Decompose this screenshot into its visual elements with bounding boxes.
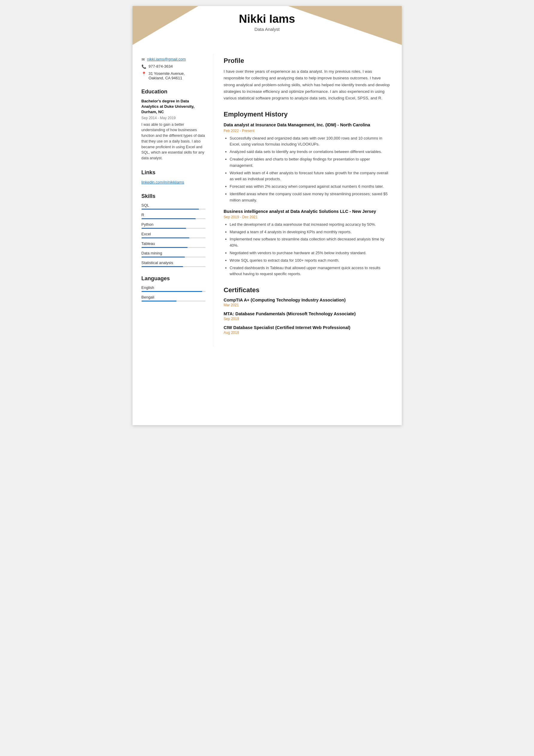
job-bullet: Wrote SQL queries to extract data for 10… [230, 257, 391, 264]
address-item: 📍 31 Yosemite Avenue, Oakland, CA 94611 [141, 71, 206, 80]
skill-bar-background [141, 237, 206, 238]
certificate-entry: CIW Database Specialist (Certified Inter… [224, 325, 391, 335]
language-item: Bengali [141, 295, 206, 302]
job-bullet: Managed a team of 4 analysts in developi… [230, 229, 391, 235]
skill-name: Excel [141, 232, 206, 236]
job-bullet: Analyzed said data sets to identify any … [230, 149, 391, 155]
job-entry: Business intelligence analyst at Data An… [224, 208, 391, 278]
skill-bar-fill [141, 266, 183, 267]
languages-list: English Bengali [141, 285, 206, 302]
body-layout: ✉ nikki.iams@gmail.com 📞 977-874-3634 📍 … [133, 45, 402, 356]
cert-date: Aug 2018 [224, 331, 391, 335]
language-bar-background [141, 291, 206, 292]
skill-name: Data mining [141, 251, 206, 256]
education-degree: Bachelor's degree in Data Analytics at D… [141, 98, 206, 115]
profile-text: I have over three years of experience as… [224, 68, 391, 101]
email-item: ✉ nikki.iams@gmail.com [141, 57, 206, 62]
cert-date: Sep 2019 [224, 317, 391, 321]
education-section: Education Bachelor's degree in Data Anal… [141, 89, 206, 161]
contact-section: ✉ nikki.iams@gmail.com 📞 977-874-3634 📍 … [141, 57, 206, 80]
cert-title: CompTIA A+ (Computing Technology Industr… [224, 298, 391, 302]
language-bar-fill [141, 291, 202, 292]
jobs-list: Data analyst at Insurance Data Managemen… [224, 122, 391, 277]
job-bullet: Implemented new software to streamline d… [230, 236, 391, 249]
education-description: I was able to gain a better understandin… [141, 122, 206, 161]
cert-date: Mar 2021 [224, 303, 391, 307]
language-item: English [141, 285, 206, 292]
education-date: Sep 2014 - May 2019 [141, 116, 206, 120]
job-bullets-list: Successfully cleaned and organized data … [224, 135, 391, 203]
language-name: Bengali [141, 295, 206, 299]
header-text: Nikki Iams Data Analyst [133, 6, 402, 32]
skill-item: Statistical analysis [141, 260, 206, 267]
languages-title: Languages [141, 276, 206, 282]
job-bullet: Forecast was within 2% accuracy when com… [230, 183, 391, 190]
skill-bar-fill [141, 209, 199, 210]
job-bullet: Led the development of a data warehouse … [230, 222, 391, 228]
resume-document: Nikki Iams Data Analyst ✉ nikki.iams@gma… [133, 6, 402, 425]
certificate-entry: CompTIA A+ (Computing Technology Industr… [224, 298, 391, 307]
job-bullets-list: Led the development of a data warehouse … [224, 222, 391, 277]
employment-title: Employment History [224, 111, 391, 118]
job-date: Sep 2019 - Dec 2021 [224, 215, 391, 219]
skill-item: Excel [141, 232, 206, 238]
skill-bar-fill [141, 237, 190, 238]
job-title: Data analyst at Insurance Data Managemen… [224, 122, 391, 128]
skill-bar-fill [141, 247, 188, 248]
skill-name: R [141, 213, 206, 217]
skill-item: SQL [141, 203, 206, 210]
candidate-title: Data Analyst [133, 27, 402, 32]
skill-name: SQL [141, 203, 206, 207]
phone-item: 📞 977-874-3634 [141, 64, 206, 69]
language-name: English [141, 285, 206, 290]
links-title: Links [141, 170, 206, 176]
linkedin-link[interactable]: linkedin.com/in/nikkiiams [141, 180, 184, 184]
cert-title: CIW Database Specialist (Certified Inter… [224, 325, 391, 330]
job-date: Feb 2022 - Present [224, 129, 391, 133]
address-text: 31 Yosemite Avenue, Oakland, CA 94611 [149, 71, 185, 80]
profile-section: Profile I have over three years of exper… [224, 57, 391, 101]
job-title: Business intelligence analyst at Data An… [224, 208, 391, 214]
main-content: Profile I have over three years of exper… [213, 54, 402, 347]
job-entry: Data analyst at Insurance Data Managemen… [224, 122, 391, 203]
certificate-entry: MTA: Database Fundamentals (Microsoft Te… [224, 311, 391, 321]
certificates-title: Certificates [224, 286, 391, 294]
certs-list: CompTIA A+ (Computing Technology Industr… [224, 298, 391, 335]
language-bar-fill [141, 301, 177, 302]
skill-bar-background [141, 218, 206, 219]
employment-section: Employment History Data analyst at Insur… [224, 111, 391, 277]
education-title: Education [141, 89, 206, 95]
certificates-section: Certificates CompTIA A+ (Computing Techn… [224, 286, 391, 335]
skills-section: Skills SQL R Python Excel Tableau Data m… [141, 193, 206, 267]
location-icon: 📍 [141, 71, 146, 76]
skill-item: Tableau [141, 241, 206, 248]
skill-bar-background [141, 266, 206, 267]
skills-title: Skills [141, 193, 206, 200]
job-bullet: Identified areas where the company could… [230, 191, 391, 203]
job-bullet: Created dashboards in Tableau that allow… [230, 265, 391, 278]
skill-bar-background [141, 228, 206, 229]
cert-title: MTA: Database Fundamentals (Microsoft Te… [224, 311, 391, 316]
skill-bar-background [141, 256, 206, 257]
header: Nikki Iams Data Analyst [133, 6, 402, 45]
links-section: Links linkedin.com/in/nikkiiams [141, 170, 206, 185]
skill-bar-fill [141, 256, 185, 257]
job-bullet: Successfully cleaned and organized data … [230, 135, 391, 148]
email-link[interactable]: nikki.iams@gmail.com [147, 57, 186, 61]
languages-section: Languages English Bengali [141, 276, 206, 302]
skill-item: Data mining [141, 251, 206, 257]
sidebar: ✉ nikki.iams@gmail.com 📞 977-874-3634 📍 … [133, 54, 213, 347]
skills-list: SQL R Python Excel Tableau Data mining S… [141, 203, 206, 267]
skill-item: Python [141, 222, 206, 229]
phone-icon: 📞 [141, 65, 146, 69]
language-bar-background [141, 301, 206, 302]
profile-title: Profile [224, 57, 391, 65]
skill-name: Statistical analysis [141, 260, 206, 265]
job-bullet: Created pivot tables and charts to bette… [230, 156, 391, 169]
skill-name: Tableau [141, 241, 206, 246]
skill-bar-fill [141, 228, 186, 229]
email-icon: ✉ [141, 57, 145, 62]
skill-bar-fill [141, 218, 196, 219]
job-bullet: Negotiated with vendors to purchase hard… [230, 250, 391, 256]
skill-bar-background [141, 209, 206, 210]
